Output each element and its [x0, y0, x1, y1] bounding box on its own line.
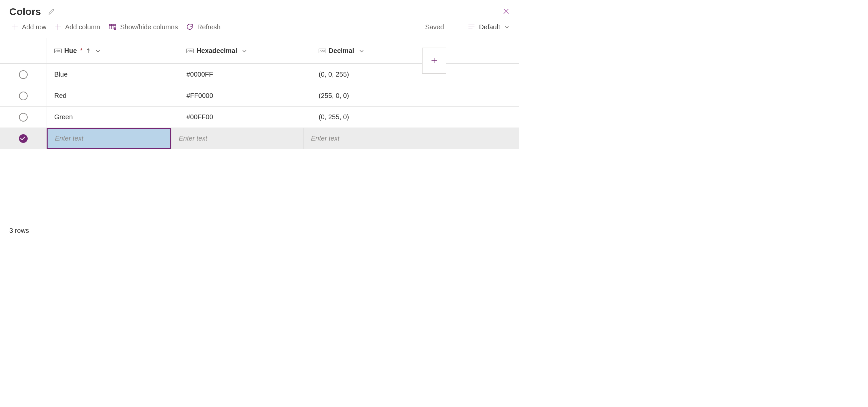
new-cell-hue[interactable]: Enter text [46, 128, 171, 149]
new-cell-hex[interactable]: Enter text [171, 128, 303, 149]
refresh-icon [186, 24, 193, 30]
cell-hue[interactable]: Green [46, 107, 179, 127]
column-label: Hue [64, 47, 77, 55]
chevron-down-icon[interactable] [95, 48, 100, 54]
cell-hex[interactable]: #00FF00 [179, 107, 311, 127]
chevron-down-icon [504, 24, 509, 30]
sort-asc-icon [86, 48, 91, 54]
close-button[interactable] [501, 6, 512, 17]
new-row[interactable]: Enter text Enter text Enter text [0, 127, 519, 149]
active-input[interactable]: Enter text [46, 128, 171, 149]
cell-dec[interactable]: (255, 0, 0) [311, 85, 443, 106]
row-count: 3 rows [9, 227, 29, 234]
chevron-down-icon[interactable] [359, 48, 364, 54]
column-label: Decimal [329, 47, 354, 55]
cell-hex[interactable]: #FF0000 [179, 85, 311, 106]
text-type-icon: Abc [54, 49, 62, 53]
view-label: Default [479, 23, 500, 31]
add-column-icon-button[interactable] [422, 48, 446, 74]
column-header-hexadecimal[interactable]: Abc Hexadecimal [179, 38, 311, 63]
plus-icon [431, 57, 437, 64]
plus-icon [12, 24, 18, 30]
table-row[interactable]: Red #FF0000 (255, 0, 0) [0, 85, 519, 106]
add-row-label: Add row [22, 23, 46, 31]
row-selector[interactable] [19, 70, 28, 79]
cell-dec[interactable]: (0, 255, 0) [311, 107, 443, 127]
page-title: Colors [9, 6, 41, 17]
list-icon [468, 24, 475, 30]
row-selector[interactable] [19, 113, 28, 122]
show-hide-columns-label: Show/hide columns [120, 23, 178, 31]
add-row-button[interactable]: Add row [12, 23, 46, 31]
column-label: Hexadecimal [196, 47, 237, 55]
column-header-hue[interactable]: Abc Hue * [46, 38, 179, 63]
text-type-icon: Abc [319, 49, 326, 53]
toolbar: Add row Add column Show/hide columns [0, 22, 519, 38]
refresh-button[interactable]: Refresh [186, 23, 220, 31]
svg-text:Abc: Abc [55, 49, 61, 53]
save-status: Saved [425, 23, 450, 31]
cell-hue[interactable]: Blue [46, 64, 179, 85]
separator [459, 22, 459, 32]
add-column-button[interactable]: Add column [55, 23, 100, 31]
edit-title-button[interactable] [47, 7, 56, 16]
row-selector[interactable] [19, 134, 28, 143]
show-hide-columns-button[interactable]: Show/hide columns [109, 23, 178, 31]
columns-icon [109, 24, 116, 30]
add-column-label: Add column [65, 23, 100, 31]
svg-text:Abc: Abc [187, 49, 193, 53]
cell-hue[interactable]: Red [46, 85, 179, 106]
svg-text:Abc: Abc [320, 49, 325, 53]
cell-hex[interactable]: #0000FF [179, 64, 311, 85]
row-selector[interactable] [19, 92, 28, 100]
close-icon [503, 8, 509, 14]
required-indicator: * [80, 47, 83, 54]
table-row[interactable]: Green #00FF00 (0, 255, 0) [0, 106, 519, 127]
pencil-icon [48, 8, 55, 15]
plus-icon [55, 24, 61, 30]
refresh-label: Refresh [197, 23, 220, 31]
new-cell-dec[interactable]: Enter text [303, 128, 435, 149]
select-all-column [0, 38, 46, 63]
chevron-down-icon[interactable] [242, 48, 247, 54]
text-type-icon: Abc [186, 49, 194, 53]
view-selector[interactable]: Default [468, 23, 509, 31]
